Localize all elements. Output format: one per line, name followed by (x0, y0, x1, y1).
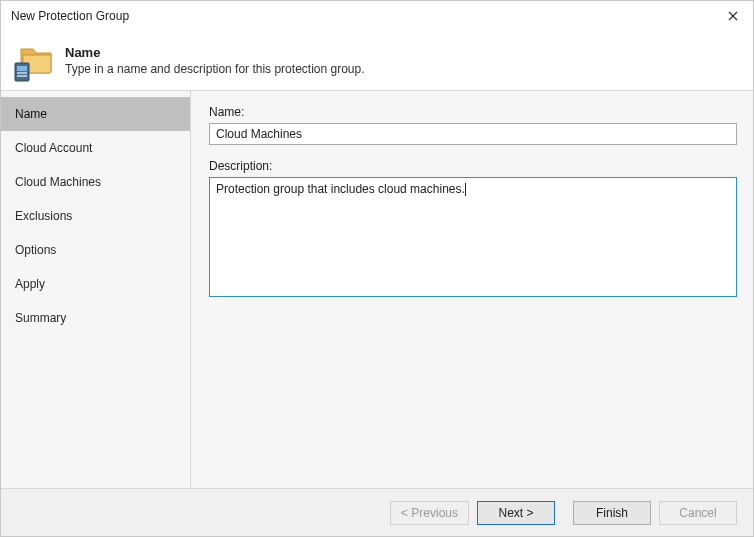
step-label: Apply (15, 277, 45, 291)
finish-button[interactable]: Finish (573, 501, 651, 525)
svg-rect-5 (17, 75, 27, 77)
description-label: Description: (209, 159, 737, 173)
step-label: Summary (15, 311, 66, 325)
step-label: Exclusions (15, 209, 72, 223)
svg-rect-3 (17, 66, 27, 71)
step-apply[interactable]: Apply (1, 267, 190, 301)
close-icon (728, 11, 738, 21)
name-input[interactable] (209, 123, 737, 145)
header-subtitle: Type in a name and description for this … (65, 62, 365, 76)
cancel-button: Cancel (659, 501, 737, 525)
step-exclusions[interactable]: Exclusions (1, 199, 190, 233)
title-bar: New Protection Group (1, 1, 753, 31)
step-label: Options (15, 243, 56, 257)
previous-button: < Previous (390, 501, 469, 525)
svg-rect-4 (17, 72, 27, 74)
steps-sidebar: Name Cloud Account Cloud Machines Exclus… (1, 91, 191, 488)
wizard-body: Name Cloud Account Cloud Machines Exclus… (1, 91, 753, 488)
header-text: Name Type in a name and description for … (65, 45, 365, 76)
next-button[interactable]: Next > (477, 501, 555, 525)
form-panel: Name: Description: Protection group that… (191, 91, 753, 488)
step-label: Name (15, 107, 47, 121)
step-cloud-machines[interactable]: Cloud Machines (1, 165, 190, 199)
protection-group-icon (13, 41, 53, 81)
description-value: Protection group that includes cloud mac… (216, 182, 465, 196)
step-cloud-account[interactable]: Cloud Account (1, 131, 190, 165)
window-title: New Protection Group (11, 9, 129, 23)
description-input[interactable]: Protection group that includes cloud mac… (209, 177, 737, 297)
step-name[interactable]: Name (1, 97, 190, 131)
step-options[interactable]: Options (1, 233, 190, 267)
header-title: Name (65, 45, 365, 60)
text-caret (465, 182, 466, 196)
step-summary[interactable]: Summary (1, 301, 190, 335)
wizard-footer: < Previous Next > Finish Cancel (1, 488, 753, 536)
close-button[interactable] (713, 1, 753, 31)
step-label: Cloud Machines (15, 175, 101, 189)
step-label: Cloud Account (15, 141, 92, 155)
name-label: Name: (209, 105, 737, 119)
wizard-window: New Protection Group Name (0, 0, 754, 537)
wizard-header: Name Type in a name and description for … (1, 31, 753, 91)
